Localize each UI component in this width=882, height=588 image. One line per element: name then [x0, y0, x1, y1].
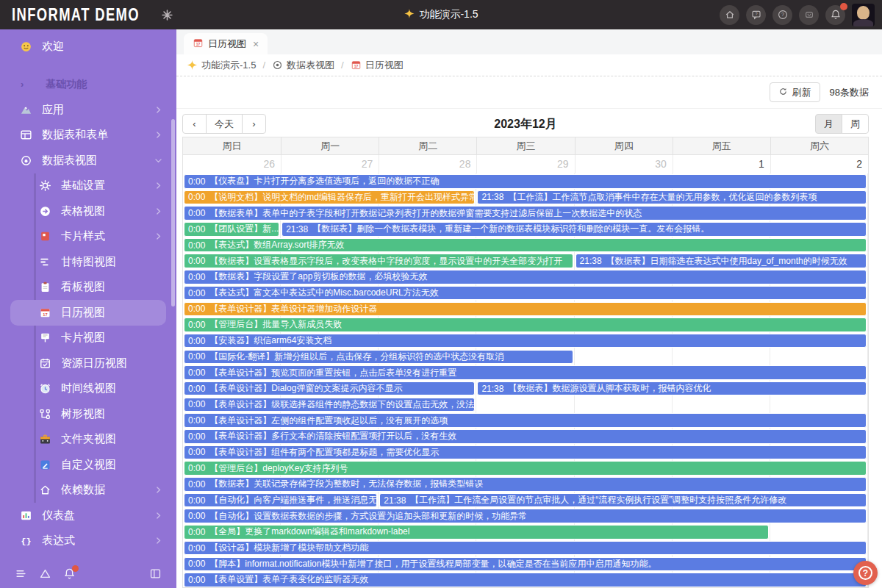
event-bar[interactable]: 0:00【表单设计器】左侧的组件配置项收起以后，没有展开的选项 — [184, 413, 867, 428]
breadcrumb-label: 功能演示-1.5 — [201, 59, 256, 72]
sidebar-item-grid-view[interactable]: 表格视图 — [0, 198, 176, 224]
event-bar[interactable]: 0:00【表单设置】表单子表变化的监听器无效 — [184, 573, 867, 587]
event-bar[interactable]: 0:00【表单设计器】组件有两个配置项都是标题，需要优化显示 — [184, 445, 867, 460]
tab-close-icon[interactable]: × — [253, 38, 259, 50]
sidebar-item-expression[interactable]: {}表达式 — [0, 528, 176, 554]
event-bar[interactable]: 0:00【表单设计器】多行文本的清除按钮配置项打开以后，没有生效 — [184, 429, 867, 444]
breadcrumb-item[interactable]: 17日历视图 — [351, 59, 404, 72]
event-bar[interactable]: 21:38【工作流】工作流全局设置的节点审批人，通过“流程实例执行设置”调整时支… — [379, 493, 867, 508]
event-bar[interactable]: 21:38【数据表】日期筛选在表达式中使用day_of_month的时候无效 — [576, 254, 867, 268]
user-avatar[interactable] — [852, 4, 875, 26]
sidebar-item-tables-and-forms[interactable]: 数据表和表单 — [0, 123, 176, 148]
event-bar[interactable]: 0:00【数据表单】表单中的子表字段和打开数据记录列表打开的数据弹窗需要支持过滤… — [184, 206, 867, 220]
feedback-button[interactable]: ? — [746, 5, 766, 25]
sidebar-item-dashboard[interactable]: 仪表盘 — [0, 503, 176, 528]
event-bar[interactable]: 0:00【国际化-翻译】新增分组以后，点击保存，分组标识符的选中状态没有取消 — [184, 350, 573, 365]
sidebar-item-calendar-view[interactable]: 17日历视图 — [10, 300, 166, 326]
event-bar[interactable]: 0:00【表单设计器】级联选择器组件的静态数据下的设置点击无效，没法自己... — [184, 398, 475, 412]
notifications-button[interactable] — [825, 5, 845, 25]
breadcrumb-item[interactable]: 功能演示-1.5 — [187, 59, 256, 72]
event-bar[interactable]: 0:00【设计器】模块新增了模块帮助文档功能 — [184, 541, 867, 556]
sidebar-item-timeline-view[interactable]: 时间线视图 — [0, 376, 176, 402]
sidebar-item-custom-view[interactable]: 自定义视图 — [0, 452, 176, 478]
event-title: 【自动化】设置数据表数据的步骤，方式设置为追加头部和更新的时候，功能异常 — [209, 510, 527, 523]
date-cell[interactable]: 29 — [476, 155, 574, 173]
event-time: 0:00 — [188, 511, 205, 521]
sidebar-item-label: 基础功能 — [46, 78, 87, 91]
date-cell[interactable]: 27 — [281, 155, 379, 173]
event-row: 0:00【管理后台】批量导入新成员失败 — [183, 317, 868, 333]
data-view-icon — [19, 154, 32, 167]
week-mode-button[interactable]: 周 — [842, 114, 869, 134]
calendar-icon: 17 — [38, 306, 51, 319]
event-bar[interactable]: 21:38【数据表】删除一个数据表模块，重新建一个新的数据表模块标识符和删除的模… — [282, 222, 867, 237]
prev-month-button[interactable]: ‹ — [182, 114, 207, 134]
home-icon — [724, 9, 736, 21]
event-bar[interactable]: 21:38【数据表】数据源设置从脚本获取时，报错内容优化 — [477, 381, 867, 396]
event-bar[interactable]: 0:00【表达式】数组Array.sort排序无效 — [184, 238, 867, 253]
event-bar[interactable]: 0:00【表单设计器】预览页面的重置按钮，点击后表单没有进行重置 — [184, 365, 867, 380]
sidebar-item-folder-view[interactable]: 文件夹视图 — [0, 427, 176, 453]
breadcrumb-item[interactable]: 数据表视图 — [272, 59, 334, 72]
event-bar[interactable]: 0:00【表达式】富文本中表达式中的Misc.barcodeURL方法无效 — [184, 286, 867, 301]
breadcrumb-label: 日历视图 — [365, 59, 404, 72]
alerts-button[interactable] — [39, 567, 51, 580]
calendar: ‹ 今天 › 2023年12月 月 周 周日周一周二周三周四周五周六 26272… — [176, 109, 882, 588]
sidebar-item-kanban-view[interactable]: 看板视图 — [0, 275, 176, 301]
event-bar[interactable]: 0:00【表单设计器】表单设计器增加动作设计器 — [184, 302, 867, 317]
event-title: 【工作流】工作流全局设置的节点审批人，通过“流程实例执行设置”调整时支持按照条件… — [410, 494, 786, 506]
help-button[interactable]: ? — [772, 5, 792, 25]
gear-icon — [38, 179, 51, 193]
home-button[interactable] — [720, 5, 739, 25]
calendar-red-icon: 17 — [193, 37, 204, 51]
event-bar[interactable]: 0:00【全局】更换了markdown编辑器和markdown-label — [184, 525, 769, 539]
refresh-button[interactable]: 刷新 — [770, 82, 820, 102]
event-bar[interactable]: 21:38【工作流】工作流节点取消事件中存在大量的无用参数，优化返回的参数列表项 — [477, 190, 867, 205]
assistant-button[interactable] — [799, 5, 819, 25]
sidebar-item-gantt-view[interactable]: 甘特图视图 — [0, 249, 176, 275]
sidebar-item-table-views[interactable]: 数据表视图 — [0, 148, 176, 173]
sidebar-item-application[interactable]: 应用 — [0, 97, 176, 123]
sidebar-item-basic-functions[interactable]: ›基础功能 — [0, 72, 176, 98]
event-row: 0:00【数据表】关联记录存储字段为整数时，无法保存数据，报错类型错误 — [183, 476, 868, 492]
sidebar-item-label: 时间线视图 — [61, 381, 116, 395]
next-month-button[interactable]: › — [242, 114, 266, 134]
event-bar[interactable]: 0:00【管理后台】deployKey支持序列号 — [184, 461, 867, 476]
date-cell[interactable]: 30 — [575, 155, 673, 173]
tab-calendar-view[interactable]: 17 日历视图 × — [184, 33, 268, 54]
month-mode-button[interactable]: 月 — [815, 114, 842, 134]
event-bar[interactable]: 0:00【管理后台】批量导入新成员失败 — [184, 318, 867, 332]
event-time: 0:00 — [188, 272, 205, 282]
event-bar[interactable]: 0:00【仪表盘】卡片打开分离多选值选项后，返回的数据不正确 — [184, 174, 867, 189]
date-cell[interactable]: 28 — [379, 155, 476, 173]
sidebar-item-dependent-data[interactable]: 依赖数据 — [0, 478, 176, 503]
notifications-button[interactable] — [63, 567, 76, 580]
event-bar[interactable]: 0:00【数据表】关联记录存储字段为整数时，无法保存数据，报错类型错误 — [184, 477, 867, 492]
today-button[interactable]: 今天 — [206, 114, 243, 134]
event-bar[interactable]: 0:00【数据表】设置表格显示字段后，改变表格中字段的宽度，显示设置中的开关全部… — [184, 254, 573, 268]
event-bar[interactable]: 0:00【自动化】向客户端推送事件，推送消息无效 — [184, 493, 377, 508]
help-fab-button[interactable]: ? — [853, 561, 878, 585]
sidebar-item-card-view[interactable]: 卡片视图 — [0, 326, 176, 351]
event-bar[interactable]: 0:00【数据表】字段设置了app剪切板的数据，必填校验无效 — [184, 270, 867, 284]
event-bar[interactable]: 0:00【团队设置】新... — [184, 222, 279, 237]
date-cell[interactable]: 26 — [183, 155, 281, 173]
event-bar[interactable]: 0:00【安装器】织信arm64安装文档 — [184, 334, 867, 348]
bell-icon — [830, 9, 842, 21]
date-cell[interactable]: 2 — [770, 155, 868, 173]
event-bar[interactable]: 0:00【脚本】informat.notification模块中新增了接口，用于… — [184, 557, 867, 572]
date-cell[interactable]: 1 — [673, 155, 770, 173]
sidebar-item-tree-view[interactable]: 树形视图 — [0, 401, 176, 427]
list-button[interactable] — [15, 567, 27, 580]
sidebar-item-welcome[interactable]: 欢迎 — [0, 34, 176, 60]
event-bar[interactable]: 0:00【说明文档】说明文档的md编辑器保存后，重新打开会出现样式异常 — [184, 190, 475, 205]
sidebar-item-resource-calendar-view[interactable]: 资源日历视图 — [0, 351, 176, 376]
event-bar[interactable]: 0:00【自动化】设置数据表数据的步骤，方式设置为追加头部和更新的时候，功能异常 — [184, 509, 867, 523]
sidebar-item-basic-settings[interactable]: 基础设置 — [0, 173, 176, 199]
sidebar-item-card-style[interactable]: 卡片样式 — [0, 224, 176, 250]
sidebar-scrollbar[interactable] — [171, 119, 175, 306]
event-bar[interactable]: 0:00【表单设计器】Dialog弹窗的文案提示内容不显示 — [184, 381, 475, 396]
event-title: 【表单设计器】级联选择器组件的静态数据下的设置点击无效，没法自己... — [209, 398, 475, 411]
toolbar: 刷新 98条数据 — [176, 76, 882, 109]
collapse-panel-button[interactable] — [149, 567, 162, 580]
